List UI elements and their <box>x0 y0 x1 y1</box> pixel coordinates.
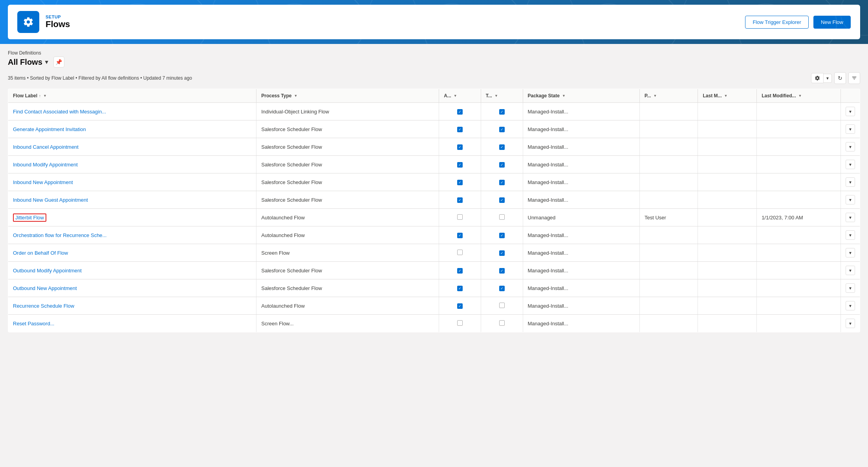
col-label-last-modified: Last Modified... <box>762 93 796 99</box>
checkbox[interactable] <box>499 214 505 220</box>
template-cell <box>481 315 523 332</box>
col-header-template[interactable]: T... ▼ <box>481 89 523 103</box>
checkbox[interactable] <box>457 197 463 203</box>
pin-button[interactable]: 📌 <box>53 57 64 67</box>
checkbox[interactable] <box>457 303 463 309</box>
col-header-last-modified[interactable]: Last Modified... ▼ <box>757 89 841 103</box>
table-row: Inbound Modify Appointment Salesforce Sc… <box>8 156 860 173</box>
row-action-button[interactable]: ▼ <box>846 319 855 328</box>
filter-button[interactable] <box>848 72 860 84</box>
checkbox[interactable] <box>499 320 505 326</box>
flow-label-link[interactable]: Order on Behalf Of Flow <box>13 250 68 256</box>
last-m-cell <box>698 262 757 279</box>
package-state-cell: Managed-Install... <box>523 262 639 279</box>
checkbox[interactable] <box>499 268 505 274</box>
flow-label-cell: Order on Behalf Of Flow <box>8 244 256 262</box>
checkbox[interactable] <box>499 233 505 238</box>
flow-label-link[interactable]: Inbound Modify Appointment <box>13 162 78 168</box>
col-dropdown-p[interactable]: ▼ <box>653 94 657 98</box>
template-cell <box>481 138 523 156</box>
row-action-button[interactable]: ▼ <box>846 142 855 151</box>
checkbox[interactable] <box>499 127 505 132</box>
refresh-button[interactable]: ↻ <box>834 72 846 84</box>
row-action-button[interactable]: ▼ <box>846 301 855 310</box>
row-action-button[interactable]: ▼ <box>846 107 855 116</box>
new-flow-button[interactable]: New Flow <box>813 16 851 29</box>
process-type-cell: Salesforce Scheduler Flow <box>256 120 439 138</box>
flow-label-link[interactable]: Reset Password... <box>13 321 55 327</box>
checkbox[interactable] <box>499 197 505 203</box>
col-header-active[interactable]: A... ▼ <box>439 89 481 103</box>
checkbox[interactable] <box>499 250 505 256</box>
flow-label-link[interactable]: Find Contact Associated with Messagin... <box>13 109 106 115</box>
col-dropdown-package-state[interactable]: ▼ <box>562 94 566 98</box>
checkbox[interactable] <box>457 127 463 132</box>
col-dropdown-flow-label[interactable]: ▼ <box>43 94 47 98</box>
flow-label-link[interactable]: Generate Appointment Invitation <box>13 126 86 132</box>
package-state-cell: Managed-Install... <box>523 120 639 138</box>
template-cell <box>481 156 523 173</box>
view-dropdown-icon[interactable]: ▼ <box>44 59 49 65</box>
flow-label-link[interactable]: Orchestration flow for Recurrence Sche..… <box>13 232 106 238</box>
flow-label-cell: Outbound New Appointment <box>8 279 256 297</box>
flow-label-link[interactable]: Inbound New Guest Appointment <box>13 197 88 203</box>
settings-dropdown-arrow[interactable]: ▼ <box>824 74 832 83</box>
col-header-package-state[interactable]: Package State ▼ <box>523 89 639 103</box>
active-cell <box>439 262 481 279</box>
settings-gear-button[interactable] <box>811 73 824 83</box>
col-dropdown-last-m[interactable]: ▼ <box>724 94 728 98</box>
table-row: Inbound New Guest Appointment Salesforce… <box>8 191 860 209</box>
row-action-button[interactable]: ▼ <box>846 124 855 134</box>
last-modified-cell <box>757 244 841 262</box>
row-action-button[interactable]: ▼ <box>846 266 855 275</box>
flow-label-link[interactable]: Jitterbit Flow <box>15 215 44 221</box>
checkbox[interactable] <box>499 162 505 168</box>
col-header-p[interactable]: P... ▼ <box>639 89 698 103</box>
action-cell: ▼ <box>841 191 860 209</box>
checkbox[interactable] <box>457 268 463 274</box>
checkbox[interactable] <box>457 214 463 220</box>
checkbox[interactable] <box>499 286 505 291</box>
checkbox[interactable] <box>457 233 463 238</box>
row-action-button[interactable]: ▼ <box>846 283 855 293</box>
flow-label-link[interactable]: Outbound New Appointment <box>13 285 77 291</box>
action-cell: ▼ <box>841 315 860 332</box>
last-m-cell <box>698 138 757 156</box>
col-header-process-type[interactable]: Process Type ▼ <box>256 89 439 103</box>
last-m-cell <box>698 209 757 226</box>
flow-label-link[interactable]: Inbound New Appointment <box>13 179 73 185</box>
checkbox[interactable] <box>457 144 463 150</box>
checkbox[interactable] <box>499 109 505 115</box>
checkbox[interactable] <box>457 109 463 115</box>
process-type-cell: Individual-Object Linking Flow <box>256 103 439 120</box>
col-dropdown-process-type[interactable]: ▼ <box>294 94 297 98</box>
last-m-cell <box>698 120 757 138</box>
flow-trigger-explorer-button[interactable]: Flow Trigger Explorer <box>745 16 809 29</box>
row-action-button[interactable]: ▼ <box>846 177 855 187</box>
checkbox[interactable] <box>457 180 463 185</box>
col-dropdown-active[interactable]: ▼ <box>454 94 457 98</box>
col-dropdown-last-modified[interactable]: ▼ <box>798 94 802 98</box>
main-content: Flow Definitions All Flows ▼ 📌 35 items … <box>0 44 868 339</box>
checkbox[interactable] <box>499 144 505 150</box>
checkbox[interactable] <box>499 303 505 308</box>
col-header-flow-label[interactable]: Flow Label ↑ ▼ <box>8 89 256 103</box>
col-dropdown-template[interactable]: ▼ <box>494 94 498 98</box>
checkbox[interactable] <box>457 320 463 326</box>
flow-label-link[interactable]: Recurrence Schedule Flow <box>13 303 74 309</box>
row-action-button[interactable]: ▼ <box>846 195 855 204</box>
checkbox[interactable] <box>457 286 463 291</box>
row-action-button[interactable]: ▼ <box>846 213 855 222</box>
checkbox[interactable] <box>499 180 505 185</box>
process-type-cell: Autolaunched Flow <box>256 209 439 226</box>
flow-label-link[interactable]: Outbound Modify Appointment <box>13 268 82 274</box>
checkbox[interactable] <box>457 162 463 168</box>
checkbox[interactable] <box>457 250 463 255</box>
row-action-button[interactable]: ▼ <box>846 230 855 240</box>
flow-label-link[interactable]: Inbound Cancel Appointment <box>13 144 79 150</box>
col-header-last-m[interactable]: Last M... ▼ <box>698 89 757 103</box>
last-modified-cell <box>757 120 841 138</box>
row-action-button[interactable]: ▼ <box>846 160 855 169</box>
template-cell <box>481 120 523 138</box>
row-action-button[interactable]: ▼ <box>846 248 855 257</box>
